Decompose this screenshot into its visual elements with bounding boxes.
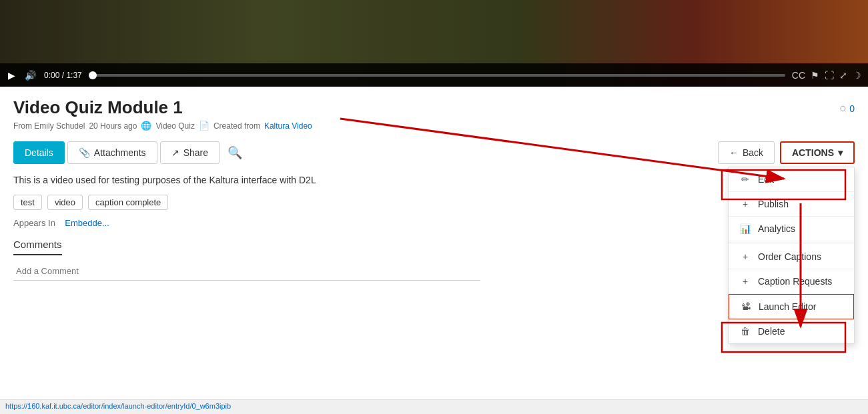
- fullscreen-button[interactable]: ⛶: [825, 70, 834, 81]
- plus-captions-icon: +: [739, 251, 751, 262]
- appears-in-link[interactable]: Embedde...: [65, 218, 109, 228]
- add-comment-input[interactable]: [13, 262, 480, 281]
- meta-type: Video Quiz: [155, 121, 194, 131]
- share-icon: ↗: [171, 147, 179, 158]
- progress-indicator: [89, 71, 97, 79]
- video-player: ▶ 🔊 0:00 / 1:37 CC ⚑ ⛶ ⤢ ☽: [0, 0, 868, 87]
- globe-icon: 🌐: [141, 121, 151, 131]
- back-button[interactable]: ← Back: [718, 141, 775, 164]
- meta-source-label: Created from: [213, 121, 260, 131]
- status-bar: https://160.kaf.it.ubc.ca/editor/index/l…: [0, 399, 868, 414]
- flag-button[interactable]: ⚑: [811, 70, 819, 81]
- menu-item-publish[interactable]: + Publish: [729, 192, 854, 217]
- tab-share[interactable]: ↗ Share: [160, 141, 220, 164]
- trash-icon: 🗑: [739, 326, 751, 337]
- tab-details[interactable]: Details: [13, 141, 65, 164]
- comment-bubble-icon[interactable]: ○: [839, 101, 847, 115]
- tag-caption-complete: caption complete: [88, 195, 168, 210]
- expand-button[interactable]: ⤢: [839, 70, 847, 81]
- extra-controls: CC ⚑ ⛶ ⤢ ☽: [792, 70, 861, 81]
- main-content: Video Quiz Module 1 ○ 0 From Emily Schud…: [0, 87, 868, 287]
- meta-info: From Emily Schudel 20 Hours ago 🌐 Video …: [13, 121, 855, 131]
- menu-divider: [729, 243, 854, 243]
- comment-count: 0: [849, 103, 855, 114]
- tabs-row: Details 📎 Attachments ↗ Share 🔍 ← Back A…: [13, 141, 855, 164]
- doc-icon: 📄: [199, 121, 209, 131]
- comment-icon-area: ○ 0: [839, 101, 855, 115]
- edit-icon: ✏: [739, 174, 751, 185]
- meta-time: 20 Hours ago: [89, 121, 137, 131]
- appears-in-label: Appears In: [13, 218, 55, 228]
- time-display: 0:00 / 1:37: [44, 71, 82, 80]
- video-controls: ▶ 🔊 0:00 / 1:37 CC ⚑ ⛶ ⤢ ☽: [0, 63, 868, 87]
- volume-button[interactable]: 🔊: [23, 70, 37, 81]
- action-buttons: ← Back ACTIONS ▾ ✏ Edit + Publish 📊: [718, 141, 855, 164]
- launch-editor-icon: 📽: [740, 301, 752, 312]
- analytics-icon: 📊: [739, 223, 751, 234]
- comments-header: Comments: [13, 239, 62, 255]
- search-button[interactable]: 🔍: [222, 143, 248, 163]
- menu-item-caption-requests[interactable]: + Caption Requests: [729, 269, 854, 294]
- tab-attachments[interactable]: 📎 Attachments: [67, 141, 157, 164]
- actions-button[interactable]: ACTIONS ▾: [780, 141, 855, 164]
- meta-author: From Emily Schudel: [13, 121, 85, 131]
- theme-button[interactable]: ☽: [853, 70, 861, 81]
- back-arrow-icon: ←: [729, 147, 739, 158]
- play-button[interactable]: ▶: [7, 70, 17, 81]
- title-area: Video Quiz Module 1 ○ 0: [13, 97, 855, 118]
- menu-item-delete[interactable]: 🗑 Delete: [729, 319, 854, 343]
- progress-bar[interactable]: [89, 74, 785, 77]
- tag-video: video: [47, 195, 83, 210]
- chevron-down-icon: ▾: [838, 147, 843, 158]
- menu-item-launch-editor[interactable]: 📽 Launch Editor: [729, 294, 854, 319]
- actions-dropdown: ✏ Edit + Publish 📊 Analytics + Order Cap…: [728, 167, 855, 344]
- menu-item-analytics[interactable]: 📊 Analytics: [729, 217, 854, 241]
- plus-requests-icon: +: [739, 276, 751, 287]
- cc-button[interactable]: CC: [792, 70, 805, 81]
- menu-item-order-captions[interactable]: + Order Captions: [729, 245, 854, 269]
- menu-item-edit[interactable]: ✏ Edit: [729, 167, 854, 192]
- tag-test: test: [13, 195, 42, 210]
- plus-publish-icon: +: [739, 199, 751, 209]
- paperclip-icon: 📎: [79, 147, 90, 158]
- status-url: https://160.kaf.it.ubc.ca/editor/index/l…: [5, 402, 231, 410]
- kaltura-video-link[interactable]: Kaltura Video: [264, 121, 312, 131]
- page-title: Video Quiz Module 1: [13, 97, 183, 118]
